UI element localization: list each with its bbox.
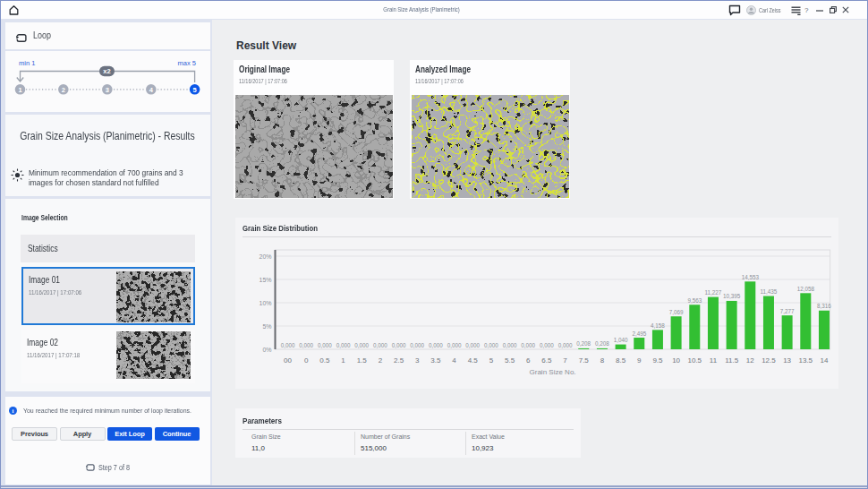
svg-text:10: 10 [672, 356, 680, 365]
svg-text:i: i [12, 408, 13, 414]
svg-text:0: 0 [304, 356, 309, 365]
svg-text:11,227: 11,227 [705, 289, 722, 296]
svg-text:0%: 0% [262, 347, 271, 353]
svg-text:0,208: 0,208 [595, 340, 609, 347]
svg-text:8: 8 [600, 356, 605, 365]
svg-text:0,000: 0,000 [484, 342, 498, 348]
svg-text:5.5: 5.5 [505, 356, 515, 365]
svg-text:0,000: 0,000 [336, 342, 351, 348]
svg-text:0,000: 0,000 [410, 342, 424, 348]
svg-text:12,058: 12,058 [797, 286, 815, 292]
svg-text:7,069: 7,069 [669, 309, 684, 315]
svg-text:1.5: 1.5 [357, 356, 368, 365]
svg-text:14,553: 14,553 [742, 274, 760, 280]
svg-text:10.5: 10.5 [687, 356, 702, 365]
svg-text:3.5: 3.5 [430, 356, 441, 365]
svg-text:4: 4 [452, 356, 456, 365]
svg-text:0,000: 0,000 [465, 342, 480, 348]
svg-text:0,000: 0,000 [281, 342, 295, 348]
svg-text:4.5: 4.5 [468, 356, 479, 365]
svg-text:0,000: 0,000 [503, 342, 517, 348]
svg-text:1: 1 [341, 356, 345, 365]
svg-text:10,395: 10,395 [723, 293, 741, 299]
svg-text:x2: x2 [103, 67, 110, 75]
svg-text:0,208: 0,208 [576, 340, 591, 347]
svg-text:7,277: 7,277 [780, 308, 795, 314]
svg-text:0,000: 0,000 [354, 342, 369, 348]
svg-text:12: 12 [746, 356, 754, 365]
svg-text:2.5: 2.5 [394, 356, 404, 365]
svg-text:15%: 15% [259, 277, 271, 283]
svg-text:2,495: 2,495 [632, 330, 646, 337]
svg-text:11.5: 11.5 [725, 356, 739, 365]
svg-text:13.5: 13.5 [799, 356, 813, 365]
svg-text:0,000: 0,000 [521, 342, 535, 348]
svg-text:8.5: 8.5 [616, 356, 626, 365]
svg-text:1: 1 [18, 86, 21, 94]
svg-text:1,040: 1,040 [614, 337, 628, 343]
svg-text:2: 2 [379, 356, 383, 365]
svg-text:0,000: 0,000 [558, 342, 573, 348]
svg-text:0,000: 0,000 [299, 342, 313, 348]
svg-text:9.5: 9.5 [652, 356, 663, 365]
svg-text:13: 13 [783, 356, 791, 365]
svg-text:0,000: 0,000 [447, 342, 462, 348]
svg-text:4,158: 4,158 [651, 322, 665, 329]
svg-text:0,000: 0,000 [540, 342, 554, 348]
svg-text:5%: 5% [262, 323, 271, 330]
svg-text:5: 5 [489, 356, 494, 365]
svg-text:20%: 20% [259, 253, 271, 260]
svg-text:10%: 10% [259, 300, 271, 306]
svg-text:0,000: 0,000 [373, 342, 387, 348]
svg-text:7.5: 7.5 [579, 356, 590, 365]
svg-text:Grain Size No.: Grain Size No. [530, 368, 576, 376]
svg-text:11,435: 11,435 [761, 288, 778, 295]
svg-text:12.5: 12.5 [762, 356, 776, 365]
svg-text:3: 3 [415, 356, 420, 365]
svg-text:3: 3 [106, 86, 109, 94]
svg-text:6.5: 6.5 [541, 356, 552, 365]
svg-text:8,316: 8,316 [817, 303, 831, 309]
svg-text:7: 7 [563, 356, 567, 365]
svg-text:0.5: 0.5 [319, 356, 330, 365]
svg-text:5: 5 [193, 86, 197, 94]
svg-text:9: 9 [637, 356, 642, 365]
svg-text:0,000: 0,000 [392, 342, 406, 348]
svg-text:14: 14 [821, 356, 829, 365]
svg-text:0,000: 0,000 [318, 342, 332, 348]
svg-text:11: 11 [710, 356, 718, 365]
svg-text:00: 00 [284, 356, 292, 365]
svg-text:2: 2 [62, 86, 65, 94]
svg-text:6: 6 [526, 356, 531, 365]
svg-text:9,563: 9,563 [687, 297, 702, 304]
svg-text:0,000: 0,000 [429, 342, 443, 348]
